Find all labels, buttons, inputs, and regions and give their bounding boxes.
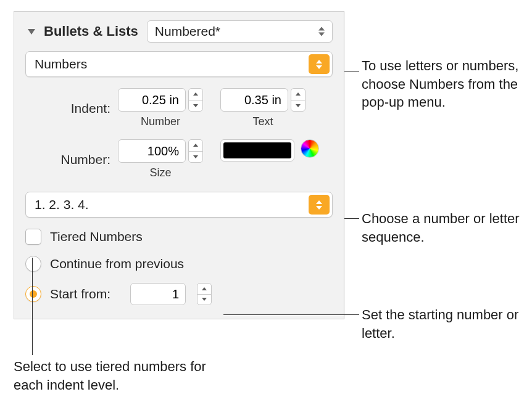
stepper-buttons[interactable] <box>188 88 203 112</box>
disclosure-triangle-icon[interactable] <box>28 29 35 35</box>
popup-knob-icon <box>309 54 330 74</box>
stepper-up-icon[interactable] <box>189 89 202 100</box>
stepper-buttons[interactable] <box>188 139 203 163</box>
number-label: Number: <box>25 152 118 167</box>
indent-number-sublabel: Number <box>141 115 180 128</box>
annotation-type-popup: To use letters or numbers, choose Number… <box>362 57 522 112</box>
continue-radio[interactable] <box>25 256 41 272</box>
continue-from-previous-row: Continue from previous <box>25 256 333 272</box>
stepper-buttons[interactable] <box>197 283 212 305</box>
indent-label: Indent: <box>25 101 118 116</box>
continue-label: Continue from previous <box>50 256 184 271</box>
annotation-tiered: Select to use tiered numbers for each in… <box>14 358 223 394</box>
bullet-type-popup[interactable]: Numbers <box>25 51 333 77</box>
start-from-input[interactable] <box>130 283 186 305</box>
stepper-up-icon[interactable] <box>291 89 305 100</box>
annotation-sequence-popup: Choose a number or letter sequence. <box>362 210 528 246</box>
bullets-lists-panel: Bullets & Lists Numbered* Numbers Indent… <box>14 11 344 319</box>
number-color-well[interactable] <box>220 139 294 162</box>
stepper-down-icon[interactable] <box>197 295 211 305</box>
bullet-type-value: Numbers <box>35 57 87 72</box>
indent-text-input[interactable] <box>220 88 288 112</box>
leader-line <box>344 218 359 219</box>
tiered-numbers-label: Tiered Numbers <box>50 229 143 244</box>
indent-text-stepper[interactable] <box>220 88 305 112</box>
indent-number-input[interactable] <box>118 88 186 112</box>
chevron-updown-icon <box>318 27 325 36</box>
number-row: Number: Size <box>25 139 333 179</box>
leader-line <box>32 258 33 355</box>
section-title: Bullets & Lists <box>44 23 138 39</box>
number-size-stepper[interactable] <box>118 139 203 163</box>
indent-text-sublabel: Text <box>252 115 273 128</box>
number-sequence-popup[interactable]: 1. 2. 3. 4. <box>25 192 333 218</box>
indent-number-stepper[interactable] <box>118 88 203 112</box>
list-style-value: Numbered* <box>155 24 220 39</box>
stepper-down-icon[interactable] <box>189 152 202 163</box>
tiered-numbers-row: Tiered Numbers <box>25 229 333 245</box>
stepper-down-icon[interactable] <box>291 100 305 112</box>
start-from-label: Start from: <box>50 287 110 301</box>
stepper-up-icon[interactable] <box>197 284 211 295</box>
popup-knob-icon <box>309 195 330 215</box>
annotation-start-from: Set the starting number or letter. <box>362 306 522 342</box>
start-from-radio[interactable] <box>25 286 41 302</box>
stepper-buttons[interactable] <box>291 88 305 112</box>
indent-row: Indent: Number <box>25 88 333 128</box>
number-size-sublabel: Size <box>149 166 171 179</box>
list-style-popup[interactable]: Numbered* <box>147 20 333 43</box>
start-from-row: Start from: <box>25 283 333 305</box>
number-sequence-value: 1. 2. 3. 4. <box>35 197 89 212</box>
color-swatch <box>223 142 291 158</box>
leader-line <box>344 71 359 72</box>
leader-line <box>223 314 359 315</box>
stepper-down-icon[interactable] <box>189 100 202 112</box>
tiered-numbers-checkbox[interactable] <box>25 229 41 245</box>
stepper-up-icon[interactable] <box>189 140 202 152</box>
number-size-input[interactable] <box>118 139 186 163</box>
section-header: Bullets & Lists Numbered* <box>25 20 333 43</box>
color-wheel-icon[interactable] <box>301 139 319 158</box>
